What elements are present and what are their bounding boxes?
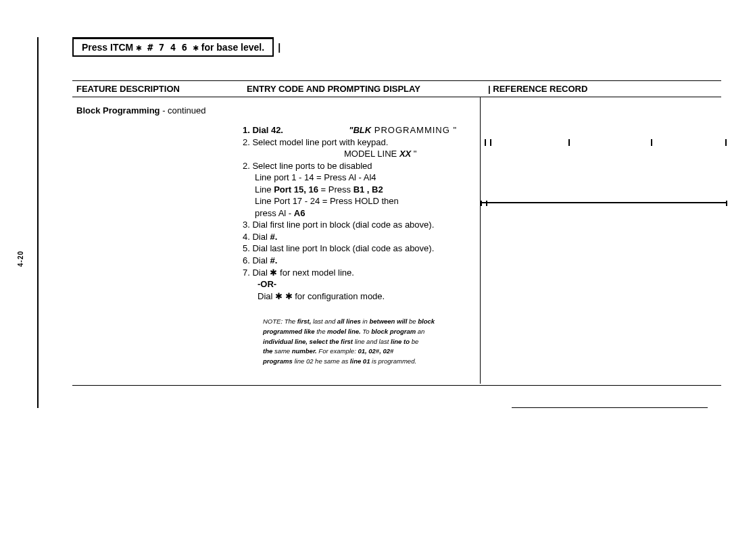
n5d: is programmed. (370, 357, 416, 365)
for-base-level: for base level. (201, 42, 264, 53)
step4-b: #. (270, 232, 277, 242)
n3d: be (412, 338, 419, 345)
or-label: -OR- (258, 279, 276, 289)
feature-sep: - (160, 105, 168, 116)
n1h: block (418, 317, 435, 325)
n4e: 01, 02#, 02# (358, 347, 393, 355)
lp1516-d: B1 , B2 (354, 184, 383, 195)
model-line-quote: " (411, 149, 416, 159)
note-line4: the same number. For example: 01, 02#, 0… (263, 347, 476, 357)
body-row: Block Programming - continued 1. Dial 42… (72, 97, 721, 384)
step6-a: 6. Dial (243, 255, 270, 265)
press-a1-a6: press Al - A6 (255, 207, 476, 220)
n1e: in (361, 317, 370, 325)
col-header-entry: ENTRY CODE AND PROMPTING DISPLAY (243, 81, 484, 97)
reference-record-cell (481, 97, 721, 384)
lineport-17-24: Line Port 17 - 24 = Press HOLD then (255, 195, 476, 207)
lineport-1-14: Line port 1 - 14 = Press Al - Al4 (255, 172, 476, 184)
step1-dial: 1. Dial 42. (243, 125, 283, 135)
step-6: 6. Dial #. (243, 255, 476, 267)
feature-continued: continued (168, 105, 205, 116)
note-line1: NOTE: The first, last and all lines in b… (263, 317, 476, 327)
tick (651, 139, 652, 146)
n5b: line 02 he same as (294, 357, 349, 365)
n4c: number. (292, 347, 319, 355)
tick (568, 139, 570, 146)
page-frame: Press ITCM ✱ # 7 4 6 ✱ for base level. |… (37, 37, 708, 408)
n1c: last and (311, 317, 337, 325)
main-table: FEATURE DESCRIPTION ENTRY CODE AND PROMP… (72, 80, 721, 386)
n3a: individual line, select the first (263, 338, 355, 345)
feature-description-cell: Block Programming - continued (72, 97, 243, 384)
step-1: 1. Dial 42. "BLK PROGRAMMING " (243, 124, 476, 136)
model-line-label: MODEL LINE (344, 149, 399, 159)
blk-label: "BLK (349, 125, 371, 135)
entry-code-cell: 1. Dial 42. "BLK PROGRAMMING " 2. Select… (243, 97, 481, 384)
n1a: NOTE: The (263, 317, 297, 325)
n5a: programs (263, 357, 294, 365)
n1b: first, (297, 317, 312, 325)
n4a: the (263, 347, 274, 355)
programming-label: PROGRAMMING " (371, 125, 457, 135)
model-line-row: MODEL LINE XX " (344, 148, 476, 160)
note-line2: programmed like the model line. To block… (263, 327, 476, 337)
note-block: NOTE: The first, last and all lines in b… (263, 317, 476, 367)
tick (490, 139, 491, 146)
n1g: be (407, 317, 418, 325)
tick (485, 139, 486, 146)
ref-horizontal-line (481, 202, 727, 203)
step-7: 7. Dial ✱ for next model line. (243, 267, 476, 279)
n4d: For example: (318, 347, 358, 355)
n2d: To (361, 328, 372, 335)
feature-title: Block Programming (76, 105, 160, 116)
tick (486, 201, 487, 206)
n1d: all lines (337, 317, 361, 325)
step-3: 3. Dial first line port in block (dial c… (243, 219, 476, 231)
key-sequence: ✱ # 7 4 6 ✱ (136, 42, 199, 53)
col-ref-text: REFERENCE RECORD (493, 84, 587, 94)
dial-star-star: Dial ✱ ✱ for configuration mode. (258, 290, 476, 303)
lp1516-a: Line (255, 184, 274, 195)
ref-ticks-row1 (481, 138, 730, 147)
page-side-label: 4-20 (17, 251, 24, 267)
col-header-feature: FEATURE DESCRIPTION (72, 81, 243, 97)
n2e: block program (371, 328, 416, 335)
a1a6-a: press Al - (255, 208, 294, 218)
tick (726, 201, 727, 206)
n3b: line and last (355, 338, 391, 345)
col-ref-pipe: | (488, 84, 491, 94)
n2c: model line. (327, 328, 361, 335)
bottom-rule (72, 385, 721, 386)
header-instruction-box: Press ITCM ✱ # 7 4 6 ✱ for base level. (72, 37, 274, 57)
n4b: same (274, 347, 292, 355)
itcm-label: ITCM (110, 42, 133, 53)
n3c: line to (391, 338, 412, 345)
lp1516-c: = Press (318, 184, 354, 195)
press-label: Press (82, 42, 107, 53)
a1a6-b: A6 (294, 208, 306, 218)
step6-b: #. (270, 255, 277, 265)
model-line-xx: XX (399, 149, 411, 159)
header-row: Press ITCM ✱ # 7 4 6 ✱ for base level. | (72, 37, 708, 57)
step-2a: 2. Select model line port with keypad. (243, 136, 476, 149)
step-5: 5. Dial last line port In block (dial co… (243, 243, 476, 255)
n5c: line 01 (350, 357, 370, 365)
note-line3: individual line, select the first line a… (263, 337, 476, 347)
or-row: -OR- (258, 278, 476, 290)
n2b: the (316, 328, 327, 335)
lp1516-b: Port 15, 16 (274, 184, 318, 195)
n2a: programmed like (263, 328, 316, 335)
header-separator: | (278, 42, 281, 53)
column-header-row: FEATURE DESCRIPTION ENTRY CODE AND PROMP… (72, 80, 721, 97)
step-2b: 2. Select line ports to be disabled (243, 160, 476, 172)
bottom-rule-right (512, 407, 708, 408)
tick (725, 139, 727, 146)
step-4: 4. Dial #. (243, 231, 476, 243)
col-header-reference: | REFERENCE RECORD (484, 81, 721, 97)
n1f: between will (369, 317, 407, 325)
n2f: an (416, 328, 424, 335)
tick (481, 201, 482, 206)
note-line5: programs line 02 he same as line 01 is p… (263, 357, 476, 367)
step4-a: 4. Dial (243, 232, 270, 242)
lineport-15-16: Line Port 15, 16 = Press B1 , B2 (255, 184, 476, 196)
